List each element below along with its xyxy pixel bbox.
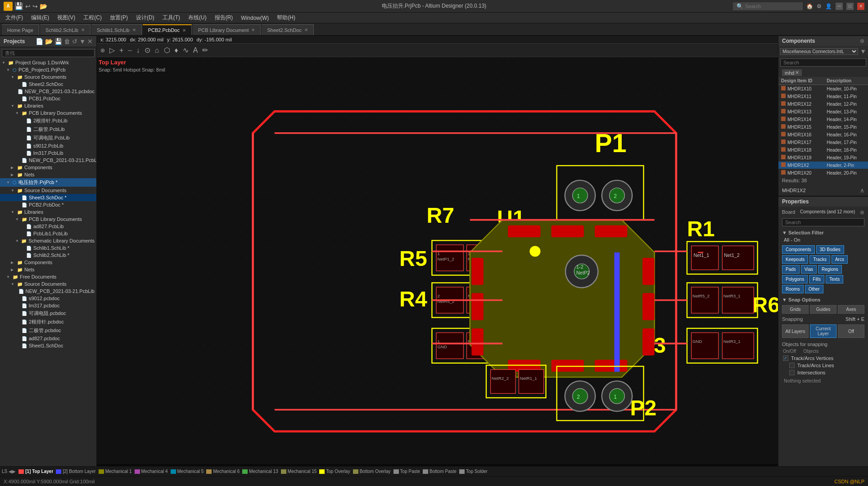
tab-schlib2-close[interactable]: ✕ [81,27,85,32]
comp-table-row[interactable]: MHDR1X19 Header, 19-Pin [778,154,868,162]
filter-btn-components[interactable]: Components [782,245,815,254]
tree-components-2[interactable]: ▶ 📁 Components [0,259,96,266]
pcb-cross-btn[interactable]: + [118,46,125,54]
filter-btn-arcs[interactable]: Arcs [832,255,848,264]
snap-grids-btn[interactable]: Grids [782,305,809,314]
tree-sheet3[interactable]: 📄 Sheet3.SchDoc * [0,194,96,201]
tree-nets-2[interactable]: ▶ 📁 Nets [0,266,96,273]
comp-table-row[interactable]: MHDR1X16 Header, 16-Pin [778,131,868,139]
tree-sheet2[interactable]: 📄 Sheet2.SchDoc [0,81,96,88]
tab-pcblib[interactable]: PCB Library Document ✕ [193,24,261,35]
menu-route[interactable]: 布线(U) [185,13,210,22]
properties-search-input[interactable] [782,218,864,226]
obj-check-track-arcs[interactable]: ✓ [783,356,788,361]
panel-save-icon[interactable]: 💾 [54,38,62,45]
filter-btn-rooms[interactable]: Rooms [782,285,804,293]
layer-mech4[interactable]: Mechanical 4 [135,469,168,474]
menu-design[interactable]: 设计(D) [132,13,158,22]
settings-icon[interactable]: ⚙ [817,3,822,9]
filter-btn-pads[interactable]: Pads [782,265,800,274]
tree-schlib-docs[interactable]: ▼ 📁 Schematic Library Documents [0,237,96,244]
pcb-hex-btn[interactable]: ⬡ [162,46,172,54]
tree-sheet1-doc[interactable]: 📄 Sheet1.SchDoc [0,342,96,349]
tree-lm317-doc[interactable]: 📄 lm317.pcbdoc [0,302,96,309]
filter-btn-vias[interactable]: Vias [801,265,817,274]
tree-source-docs-1[interactable]: ▼ 📁 Source Documents [0,73,96,81]
filter-btn-fills[interactable]: Fills [809,275,824,284]
pcb-select-btn[interactable]: ▷ [108,46,117,54]
panel-open-icon[interactable]: 📂 [45,38,53,45]
tree-libs-1[interactable]: ▼ 📁 Libraries [0,102,96,109]
tree-components-1[interactable]: ▶ 📁 Components [0,164,96,171]
filter-btn-texts[interactable]: Texts [826,275,843,284]
tree-libs-2[interactable]: ▼ 📁 Libraries [0,208,96,216]
tree-adj-doc[interactable]: 📄 可调电阻.pcbdoc [0,309,96,318]
tab-pcb2[interactable]: PCB2.PcbDoc ✕ [143,24,192,35]
snap-guides-btn[interactable]: Guides [810,305,836,314]
tree-s9012-pcblib[interactable]: 📄 s9012.PcbLib [0,142,96,149]
tree-2gen-pcblib[interactable]: 📄 2根排针.PcbLib [0,117,96,125]
comp-lib-menu-icon[interactable]: ▼ [860,48,866,55]
comp-table-row[interactable]: MHDR1X12 Header, 12-Pin [778,100,868,108]
comp-library-select[interactable]: Miscellaneous Connectors.IntL [780,48,858,55]
layer-top-paste[interactable]: Top Paste [393,469,420,474]
maximize-btn[interactable]: □ [846,3,854,10]
tree-pcblib-docs-2[interactable]: ▼ 📁 PCB Library Documents [0,216,96,223]
snap-current-layer-btn[interactable]: Current Layer [810,324,836,338]
filter-btn-polygons[interactable]: Polygons [782,275,808,284]
comp-table-row[interactable]: MHDR1X20 Header, 20-Pin [778,169,868,176]
pcb-canvas[interactable]: Top Layer Snap: 5mil Hotspot Snap: 8mil … [97,57,778,464]
layer-mech13[interactable]: Mechanical 13 [242,469,278,474]
tree-project-group[interactable]: ▼ 📁 Project Group 1.DsnWrk [0,59,96,66]
menu-help[interactable]: 帮助(H) [273,13,299,22]
filter-btn-keepouts[interactable]: Keepouts [782,255,808,264]
comp-table-row[interactable]: MHDR1X2 Header, 2-Pin [778,162,868,169]
tree-schlib1-doc[interactable]: 📄 Schlib1.SchLib * [0,244,96,252]
tree-ad827-pcblib[interactable]: 📄 ad827.PcbLib [0,223,96,230]
menu-report[interactable]: 报告(R) [211,13,237,22]
pcb-circle-btn[interactable]: ⊙ [143,46,152,54]
menu-edit[interactable]: 编辑(E) [27,13,53,22]
panel-close-icon[interactable]: 🗑 [64,38,70,45]
close-btn[interactable]: ✕ [857,3,864,10]
pcb-home-btn[interactable]: ⌂ [153,46,161,54]
open-icon[interactable]: 📂 [40,3,47,10]
tree-2gen-doc[interactable]: 📄 2根排针.pcbdoc [0,318,96,326]
filter-btn-regions[interactable]: Regions [818,265,842,274]
menu-save[interactable]: 💾 [14,2,23,10]
user-icon[interactable]: 👤 [825,3,832,9]
layer-top[interactable]: [1] Top Layer [18,469,53,474]
redo-icon[interactable]: ↪ [32,3,38,10]
tab-schlib1[interactable]: Schlib1.SchLib ✕ [91,24,142,35]
snap-off-btn[interactable]: Off [838,324,864,338]
comp-table-row[interactable]: MHDR1X13 Header, 13-Pin [778,108,868,116]
tree-pcb2[interactable]: 📄 PCB2.PcbDoc * [0,201,96,208]
tree-pcblib-docs[interactable]: ▼ 📁 PCB Library Documents [0,109,96,117]
menu-file[interactable]: 文件(F) [2,13,27,22]
layer-top-overlay[interactable]: Top Overlay [319,469,350,474]
tree-ad827-doc[interactable]: 📄 ad827.pcbdoc [0,335,96,342]
pcb-text-btn[interactable]: A [191,46,200,54]
tree-diode-doc[interactable]: 📄 二极管.pcbdoc [0,326,96,335]
panel-refresh-icon[interactable]: ↺ [72,38,77,45]
tree-source-docs-2[interactable]: ▼ 📁 Source Documents [0,187,96,194]
tab-sheet2-close[interactable]: ✕ [304,27,308,32]
filter-btn-tracks[interactable]: Tracks [809,255,830,264]
minimize-btn[interactable]: ─ [836,3,843,10]
tree-s9012-doc[interactable]: 📄 s9012.pcbdoc [0,295,96,302]
pcb-line-btn[interactable]: ─ [126,47,134,54]
undo-icon[interactable]: ↩ [25,3,31,10]
tree-free-docs[interactable]: ▼ 📁 Free Documents [0,273,96,280]
obj-check-intersections[interactable] [789,370,795,375]
layer-mech1[interactable]: Mechanical 1 [99,469,132,474]
tree-pcb-project1[interactable]: ▼ ⬡ PCB_Project1.PrjPcb [0,66,96,73]
comp-filter-icon[interactable]: ⊛ [860,38,864,44]
pcb-move-btn[interactable]: ↓ [135,46,142,54]
menu-window[interactable]: Window(W) [237,14,272,22]
obj-check-track-lines[interactable] [789,363,795,368]
tree-source-docs-3[interactable]: ▼ 📁 Source Documents [0,280,96,288]
layer-mech5[interactable]: Mechanical 5 [171,469,204,474]
tree-lm317-pcblib[interactable]: 📄 lm317.PcbLib [0,149,96,157]
layer-top-solder[interactable]: Top Solder [459,469,488,474]
panel-menu-icon[interactable]: ▼ [79,38,86,45]
